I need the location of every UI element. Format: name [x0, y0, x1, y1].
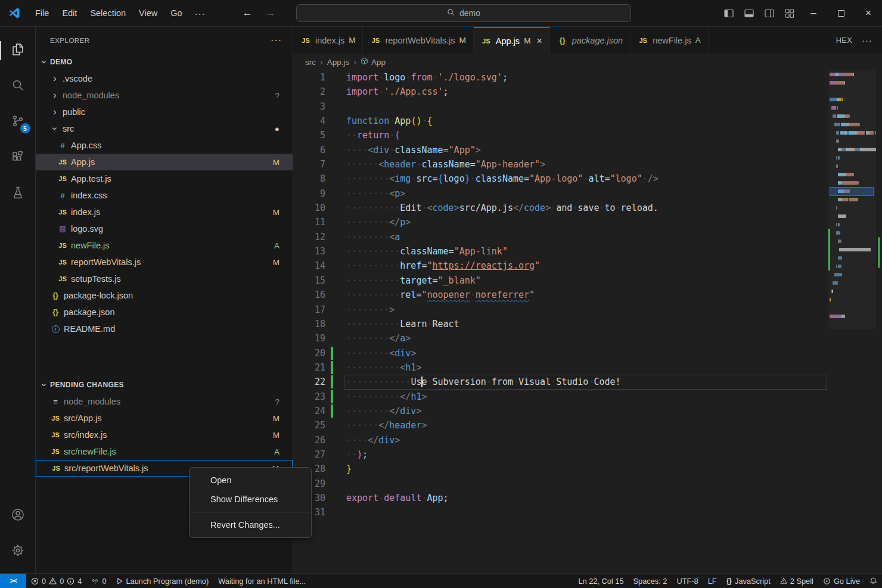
tree-item-index-css[interactable]: #index.css: [36, 187, 293, 204]
code-line-27[interactable]: 27··);: [293, 447, 827, 462]
tree-item-vscode[interactable]: ›.vscode: [36, 70, 293, 87]
tree-item-app-test-js[interactable]: JSApp.test.js: [36, 170, 293, 187]
pending-item-src-newfile-js[interactable]: JSsrc/newFile.jsA: [36, 443, 293, 460]
code-line-3[interactable]: 3: [293, 99, 827, 114]
code-line-28[interactable]: 28}: [293, 462, 827, 476]
menu-file[interactable]: File: [29, 5, 55, 21]
code-line-19[interactable]: 19········</a>: [293, 331, 827, 346]
eol-button[interactable]: LF: [703, 574, 722, 588]
pending-item-node-modules[interactable]: ≡node_modules?: [36, 393, 293, 410]
maximize-button[interactable]: [827, 0, 855, 26]
code-line-5[interactable]: 5··return·(: [293, 128, 827, 142]
problems-indicator[interactable]: 0 0 4: [26, 574, 86, 588]
code-line-24[interactable]: 24········</div>: [293, 404, 827, 418]
code-line-31[interactable]: 31: [293, 505, 827, 519]
menu-edit[interactable]: Edit: [55, 5, 83, 21]
tree-item-package-lock-json[interactable]: {}package-lock.json: [36, 287, 293, 304]
breadcrumb-symbol[interactable]: App: [361, 57, 386, 67]
pending-item-src-index-js[interactable]: JSsrc/index.jsM: [36, 427, 293, 443]
context-menu-item-show-differences[interactable]: Show Differences: [190, 490, 311, 509]
tree-item-logo-svg[interactable]: ▧logo.svg: [36, 220, 293, 237]
code-line-12[interactable]: 12········<a: [293, 230, 827, 244]
toggle-primary-sidebar-button[interactable]: [719, 0, 739, 26]
pending-item-src-app-js[interactable]: JSsrc/App.jsM: [36, 410, 293, 427]
code-line-14[interactable]: 14··········href="https://reactjs.org": [293, 259, 827, 273]
spell-checker-button[interactable]: 2 Spell: [775, 574, 818, 588]
code-line-16[interactable]: 16··········rel="noopener·noreferrer": [293, 288, 827, 302]
tree-item-app-js[interactable]: JSApp.jsM: [36, 154, 293, 170]
close-button[interactable]: ×: [855, 0, 882, 26]
code-line-10[interactable]: 10··········Edit·<code>src/App.js</code>…: [293, 201, 827, 215]
encoding-button[interactable]: UTF-8: [672, 574, 703, 588]
tab-reportwebvitals-js[interactable]: JSreportWebVitals.jsM: [363, 27, 473, 54]
back-button[interactable]: ←: [243, 7, 253, 19]
pending-changes-header[interactable]: › PENDING CHANGES: [36, 377, 293, 393]
code-line-9[interactable]: 9········<p>: [293, 186, 827, 201]
tree-item-src[interactable]: ›src●: [36, 120, 293, 137]
code-line-22[interactable]: 22············Use·Subversion·from·Visual…: [293, 375, 827, 389]
code-line-7[interactable]: 7······<header·className="App-header">: [293, 157, 827, 172]
code-line-21[interactable]: 21··········<h1>: [293, 360, 827, 375]
menu-more-button[interactable]: ···: [189, 8, 212, 18]
code-line-25[interactable]: 25······</header>: [293, 418, 827, 433]
activity-search-button[interactable]: [0, 69, 36, 104]
language-mode-button[interactable]: {} JavaScript: [722, 574, 775, 588]
code-line-26[interactable]: 26····</div>: [293, 433, 827, 447]
tree-item-readme-md[interactable]: iREADME.md: [36, 321, 293, 337]
menu-go[interactable]: Go: [164, 5, 188, 21]
tree-item-index-js[interactable]: JSindex.jsM: [36, 204, 293, 220]
code-editor[interactable]: 1import·logo·from·'./logo.svg';2import·'…: [293, 70, 827, 573]
menu-selection[interactable]: Selection: [83, 5, 132, 21]
code-line-29[interactable]: 29: [293, 477, 827, 491]
toggle-panel-button[interactable]: [739, 0, 759, 26]
breadcrumb-folder[interactable]: src: [305, 58, 316, 67]
code-line-1[interactable]: 1import·logo·from·'./logo.svg';: [293, 70, 827, 85]
ports-indicator[interactable]: 0: [86, 574, 111, 588]
code-line-15[interactable]: 15··········target="_blank": [293, 273, 827, 288]
tree-root-demo[interactable]: › DEMO: [36, 54, 293, 70]
code-line-30[interactable]: 30export·default·App;: [293, 491, 827, 505]
activity-extensions-button[interactable]: [0, 140, 36, 176]
customize-layout-button[interactable]: [779, 0, 800, 26]
activity-testing-button[interactable]: [0, 176, 36, 211]
explorer-more-actions-button[interactable]: ···: [271, 35, 282, 46]
context-menu-item-revert-changes[interactable]: Revert Changes...: [190, 515, 311, 534]
notifications-bell-button[interactable]: [865, 574, 882, 588]
settings-button[interactable]: [0, 534, 36, 570]
code-line-13[interactable]: 13··········className="App-link": [293, 244, 827, 259]
account-button[interactable]: [0, 498, 36, 534]
tree-item-newfile-js[interactable]: JSnewFile.jsA: [36, 237, 293, 254]
cursor-position-button[interactable]: Ln 22, Col 15: [573, 574, 628, 588]
go-live-button[interactable]: Go Live: [818, 574, 865, 588]
tab-close-button[interactable]: ×: [536, 36, 542, 46]
tree-item-public[interactable]: ›public: [36, 104, 293, 120]
tree-item-app-css[interactable]: #App.css: [36, 137, 293, 154]
tree-item-package-json[interactable]: {}package.json: [36, 304, 293, 321]
tab-index-js[interactable]: JSindex.jsM: [293, 27, 363, 54]
forward-button[interactable]: →: [266, 7, 276, 19]
code-line-20[interactable]: 20········<div>: [293, 346, 827, 360]
tree-item-node-modules[interactable]: ›node_modules?: [36, 87, 293, 104]
code-line-17[interactable]: 17········>: [293, 303, 827, 317]
context-menu-item-open[interactable]: Open: [190, 471, 311, 490]
activity-source-control-button[interactable]: 5: [0, 104, 36, 140]
remote-indicator-button[interactable]: ><: [0, 574, 26, 588]
indentation-button[interactable]: Spaces: 2: [629, 574, 672, 588]
code-line-8[interactable]: 8········<img·src={logo}·className="App-…: [293, 172, 827, 186]
editor-more-actions-button[interactable]: ···: [862, 35, 872, 45]
minimap[interactable]: [828, 70, 876, 344]
code-line-23[interactable]: 23··········</h1>: [293, 390, 827, 404]
tab-newfile-js[interactable]: JSnewFile.jsA: [631, 27, 708, 54]
menu-view[interactable]: View: [132, 5, 164, 21]
hex-editor-action-button[interactable]: HEX: [836, 36, 852, 45]
tree-item-reportwebvitals-js[interactable]: JSreportWebVitals.jsM: [36, 254, 293, 270]
code-line-6[interactable]: 6····<div·className="App">: [293, 143, 827, 157]
tree-item-setuptests-js[interactable]: JSsetupTests.js: [36, 270, 293, 287]
command-center-search[interactable]: demo: [296, 4, 631, 22]
tab-package-json[interactable]: {}package.json: [550, 27, 631, 54]
breadcrumb-file[interactable]: App.js: [327, 58, 350, 67]
toggle-secondary-sidebar-button[interactable]: [759, 0, 779, 26]
code-line-18[interactable]: 18··········Learn·React: [293, 317, 827, 331]
minimize-button[interactable]: –: [800, 0, 827, 26]
activity-explorer-button[interactable]: [0, 33, 36, 69]
